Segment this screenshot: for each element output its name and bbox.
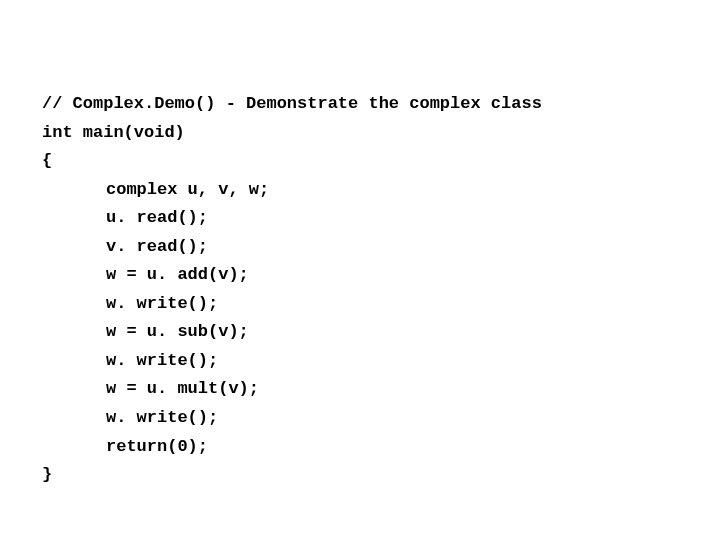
code-line: w = u. sub(v); — [106, 322, 249, 341]
code-line: u. read(); — [106, 208, 208, 227]
code-line: } — [42, 465, 52, 484]
code-line: w. write(); — [106, 294, 218, 313]
code-line: int main(void) — [42, 123, 185, 142]
code-line: w = u. add(v); — [106, 265, 249, 284]
code-line: complex u, v, w; — [106, 180, 269, 199]
code-block: // Complex.Demo() - Demonstrate the comp… — [0, 0, 720, 490]
code-line: v. read(); — [106, 237, 208, 256]
code-line: w. write(); — [106, 351, 218, 370]
code-line: w. write(); — [106, 408, 218, 427]
code-line: { — [42, 151, 52, 170]
code-line: return(0); — [106, 437, 208, 456]
code-line: // Complex.Demo() - Demonstrate the comp… — [42, 94, 542, 113]
code-line: w = u. mult(v); — [106, 379, 259, 398]
